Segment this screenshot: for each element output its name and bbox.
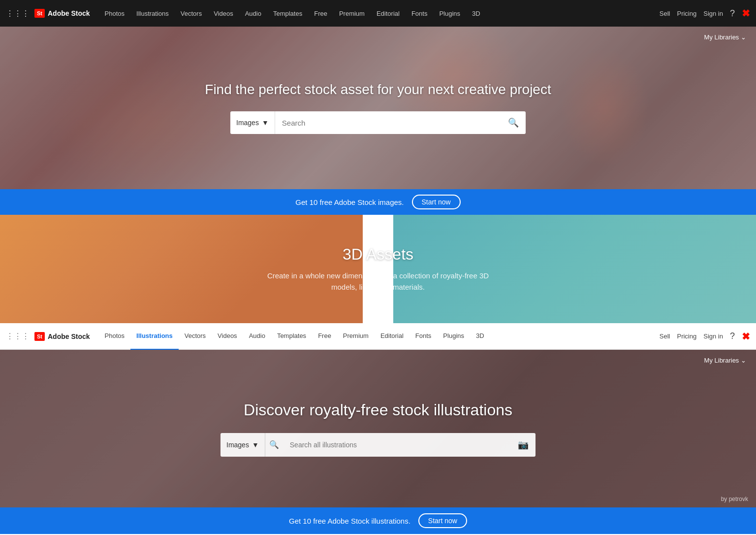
nav-link-plugins[interactable]: Plugins (433, 0, 466, 27)
adobe-icon-2[interactable]: ✖ (742, 331, 750, 342)
photo-credit: by petrovk (721, 496, 748, 502)
illus-content: Discover royalty-free stock illustration… (0, 401, 756, 457)
assets-description: Create in a whole new dimension with a c… (265, 270, 491, 293)
pricing-link-2[interactable]: Pricing (677, 333, 696, 340)
assets-content: 3D Assets Create in a whole new dimensio… (255, 245, 501, 293)
nav2-link-plugins[interactable]: Plugins (437, 323, 470, 350)
nav-link-premium[interactable]: Premium (333, 0, 371, 27)
top-navbar: ⋮⋮⋮ St Adobe Stock Photos Illustrations … (0, 0, 756, 27)
nav2-link-videos[interactable]: Videos (212, 323, 243, 350)
help-icon-2[interactable]: ? (730, 331, 735, 341)
promo-text-top: Get 10 free Adobe Stock images. (295, 198, 404, 206)
search-input[interactable] (275, 111, 501, 134)
search-category-label: Images (236, 119, 259, 127)
top-promo-banner: Get 10 free Adobe Stock images. Start no… (0, 189, 756, 215)
search-category-dropdown[interactable]: Images ▼ (230, 111, 275, 134)
nav2-link-editorial[interactable]: Editorial (375, 323, 410, 350)
nav2-link-free[interactable]: Free (312, 323, 337, 350)
my-libraries-top[interactable]: My Libraries ⌄ (704, 33, 746, 41)
assets-section: 3D Assets Create in a whole new dimensio… (0, 215, 756, 323)
illus-search-input[interactable] (283, 433, 511, 457)
nav-link-audio[interactable]: Audio (239, 0, 267, 27)
promo-start-now-top[interactable]: Start now (412, 195, 461, 209)
nav2-link-fonts[interactable]: Fonts (410, 323, 438, 350)
nav2-link-premium[interactable]: Premium (337, 323, 375, 350)
camera-icon: 📷 (518, 439, 529, 450)
sign-in-link-2[interactable]: Sign in (703, 333, 723, 340)
adobe-logo: St (34, 9, 45, 18)
nav-link-templates[interactable]: Templates (267, 0, 308, 27)
illus-category-label: Images (226, 441, 249, 449)
illus-title: Discover royalty-free stock illustration… (10, 401, 746, 419)
second-navbar: ⋮⋮⋮ St Adobe Stock Photos Illustrations … (0, 323, 756, 350)
nav2-link-audio[interactable]: Audio (243, 323, 271, 350)
illus-search-bar: Images ▼ 🔍 📷 (220, 433, 536, 457)
adobe-logo-2: St (34, 332, 45, 341)
nav-link-photos[interactable]: Photos (99, 0, 130, 27)
hero-content: Find the perfect stock asset for your ne… (0, 82, 756, 134)
nav-link-free[interactable]: Free (308, 0, 333, 27)
illus-search-button[interactable]: 📷 (511, 433, 536, 457)
second-brand: ⋮⋮⋮ St Adobe Stock (6, 332, 90, 341)
second-nav-links: Photos Illustrations Vectors Videos Audi… (99, 323, 660, 350)
sign-in-link[interactable]: Sign in (703, 10, 723, 17)
illus-chevron-icon: ▼ (252, 441, 259, 449)
my-libraries-illus[interactable]: My Libraries ⌄ (704, 357, 746, 364)
assets-title: 3D Assets (265, 245, 491, 264)
nav-link-3d[interactable]: 3D (466, 0, 486, 27)
nav-link-videos[interactable]: Videos (208, 0, 239, 27)
search-icon-illus: 🔍 (265, 440, 283, 449)
top-nav-links: Photos Illustrations Vectors Videos Audi… (99, 0, 660, 27)
nav2-link-vectors[interactable]: Vectors (179, 323, 212, 350)
nav-link-vectors[interactable]: Vectors (175, 0, 208, 27)
brand-name-2: Adobe Stock (48, 333, 90, 340)
promo-text-bottom: Get 10 free Adobe Stock illustrations. (289, 517, 410, 525)
nav2-link-illustrations[interactable]: Illustrations (130, 323, 179, 350)
sell-link[interactable]: Sell (660, 10, 670, 17)
nav-link-fonts[interactable]: Fonts (406, 0, 434, 27)
nav2-link-3d[interactable]: 3D (470, 323, 490, 350)
hero-section: My Libraries ⌄ Find the perfect stock as… (0, 27, 756, 189)
nav-link-editorial[interactable]: Editorial (371, 0, 406, 27)
top-search-bar: Images ▼ 🔍 (230, 111, 526, 134)
illus-search-category[interactable]: Images ▼ (220, 433, 265, 457)
pricing-link[interactable]: Pricing (677, 10, 696, 17)
chevron-down-icon: ▼ (262, 119, 269, 127)
top-brand: ⋮⋮⋮ St Adobe Stock (6, 9, 90, 18)
bottom-promo-banner: Get 10 free Adobe Stock illustrations. S… (0, 507, 756, 534)
promo-start-now-bottom[interactable]: Start now (418, 513, 467, 528)
second-nav-right: Sell Pricing Sign in ? ✖ (660, 331, 750, 342)
grid-icon[interactable]: ⋮⋮⋮ (6, 9, 30, 18)
illustrations-section: My Libraries ⌄ Discover royalty-free sto… (0, 350, 756, 507)
nav2-link-templates[interactable]: Templates (271, 323, 312, 350)
grid-icon-2[interactable]: ⋮⋮⋮ (6, 332, 30, 341)
adobe-icon[interactable]: ✖ (742, 7, 750, 19)
nav-link-illustrations[interactable]: Illustrations (130, 0, 175, 27)
sell-link-2[interactable]: Sell (660, 333, 670, 340)
search-icon: 🔍 (508, 117, 519, 128)
brand-name: Adobe Stock (48, 9, 90, 17)
top-nav-right: Sell Pricing Sign in ? ✖ (660, 7, 750, 19)
help-icon[interactable]: ? (730, 8, 735, 19)
nav2-link-photos[interactable]: Photos (99, 323, 130, 350)
hero-title: Find the perfect stock asset for your ne… (10, 82, 746, 98)
search-button[interactable]: 🔍 (501, 111, 526, 134)
